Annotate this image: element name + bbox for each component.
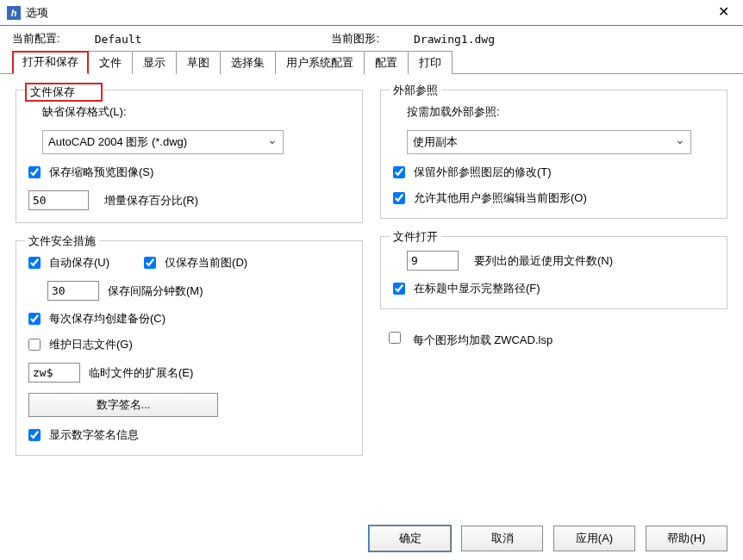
show-digital-sig-checkbox[interactable] bbox=[28, 429, 41, 441]
right-column: 外部参照 按需加载外部参照: 使用副本 保留外部参照图层的修改(T) 允许其他用… bbox=[380, 90, 727, 456]
tab-selection[interactable]: 选择集 bbox=[220, 51, 276, 74]
interval-input[interactable] bbox=[47, 281, 99, 301]
recent-count-input[interactable] bbox=[407, 251, 459, 271]
tab-config[interactable]: 配置 bbox=[364, 51, 409, 74]
load-on-demand-select[interactable]: 使用副本 bbox=[407, 130, 691, 154]
default-format-label: 缺省保存格式(L): bbox=[42, 104, 127, 120]
save-current-only-label: 仅保存当前图(D) bbox=[165, 255, 247, 271]
ok-button[interactable]: 确定 bbox=[369, 526, 451, 551]
tab-user-prefs[interactable]: 用户系统配置 bbox=[275, 51, 365, 74]
group-title-file-open: 文件打开 bbox=[390, 229, 441, 245]
tab-open-save[interactable]: 打开和保存 bbox=[12, 51, 89, 74]
default-format-select[interactable]: AutoCAD 2004 图形 (*.dwg) bbox=[42, 130, 284, 154]
backup-each-label: 每次保存均创建备份(C) bbox=[49, 311, 165, 327]
interval-label: 保存间隔分钟数(M) bbox=[108, 283, 203, 299]
group-file-save: 文件保存 缺省保存格式(L): AutoCAD 2004 图形 (*.dwg) … bbox=[16, 90, 363, 223]
auto-save-label: 自动保存(U) bbox=[49, 255, 109, 271]
save-current-only-checkbox[interactable] bbox=[144, 257, 156, 269]
allow-other-edit-label: 允许其他用户参照编辑当前图形(O) bbox=[414, 190, 587, 206]
current-drawing-label: 当前图形: bbox=[331, 31, 379, 47]
tab-sketch[interactable]: 草图 bbox=[176, 51, 221, 74]
thumbnail-save-label: 保存缩略预览图像(S) bbox=[49, 165, 153, 180]
group-title-xref: 外部参照 bbox=[390, 83, 441, 98]
group-file-safety: 文件安全措施 自动保存(U) 仅保存当前图(D) 保存间隔分钟数(M) 每次保存… bbox=[16, 240, 363, 456]
tab-bar: 打开和保存 文件 显示 草图 选择集 用户系统配置 配置 打印 bbox=[0, 50, 743, 74]
load-lsp-row: 每个图形均加载 ZWCAD.lsp bbox=[380, 327, 727, 348]
increment-percent-input[interactable] bbox=[28, 190, 89, 210]
show-digital-sig-label: 显示数字签名信息 bbox=[49, 427, 139, 443]
show-full-path-checkbox[interactable] bbox=[393, 283, 405, 295]
group-title-file-safety: 文件安全措施 bbox=[25, 233, 99, 249]
group-file-open: 文件打开 要列出的最近使用文件数(N) 在标题中显示完整路径(F) bbox=[380, 236, 727, 309]
show-full-path-label: 在标题中显示完整路径(F) bbox=[414, 281, 540, 296]
left-column: 文件保存 缺省保存格式(L): AutoCAD 2004 图形 (*.dwg) … bbox=[16, 90, 363, 456]
footer-buttons: 确定 取消 应用(A) 帮助(H) bbox=[369, 526, 727, 551]
current-drawing-value: Drawing1.dwg bbox=[414, 33, 495, 46]
retain-layer-changes-label: 保留外部参照图层的修改(T) bbox=[414, 165, 552, 180]
increment-percent-label: 增量保存百分比(R) bbox=[104, 193, 198, 208]
config-row: 当前配置: Default 当前图形: Drawing1.dwg bbox=[0, 26, 743, 50]
current-config-label: 当前配置: bbox=[12, 31, 60, 47]
close-icon[interactable]: ✕ bbox=[713, 3, 734, 20]
tab-file[interactable]: 文件 bbox=[88, 51, 133, 74]
digital-signature-button[interactable]: 数字签名... bbox=[28, 393, 218, 417]
titlebar: h 选项 ✕ bbox=[0, 0, 743, 26]
temp-ext-input[interactable] bbox=[28, 363, 80, 383]
app-icon: h bbox=[7, 6, 21, 20]
window-title: 选项 bbox=[26, 5, 48, 21]
thumbnail-save-checkbox[interactable] bbox=[28, 166, 41, 178]
maintain-log-checkbox[interactable] bbox=[28, 339, 41, 351]
auto-save-checkbox[interactable] bbox=[28, 257, 41, 269]
current-config-value: Default bbox=[95, 33, 142, 46]
group-title-file-save: 文件保存 bbox=[25, 83, 103, 102]
tab-display[interactable]: 显示 bbox=[132, 51, 177, 74]
recent-count-label: 要列出的最近使用文件数(N) bbox=[474, 253, 613, 269]
load-lsp-checkbox[interactable] bbox=[389, 332, 401, 344]
load-on-demand-label: 按需加载外部参照: bbox=[407, 104, 500, 120]
load-lsp-label: 每个图形均加载 ZWCAD.lsp bbox=[413, 333, 553, 346]
retain-layer-changes-checkbox[interactable] bbox=[393, 166, 405, 178]
content-area: 文件保存 缺省保存格式(L): AutoCAD 2004 图形 (*.dwg) … bbox=[0, 74, 743, 471]
cancel-button[interactable]: 取消 bbox=[461, 526, 543, 551]
backup-each-checkbox[interactable] bbox=[28, 313, 41, 325]
maintain-log-label: 维护日志文件(G) bbox=[49, 337, 133, 352]
temp-ext-label: 临时文件的扩展名(E) bbox=[89, 365, 193, 381]
group-xref: 外部参照 按需加载外部参照: 使用副本 保留外部参照图层的修改(T) 允许其他用… bbox=[380, 90, 727, 219]
tab-print[interactable]: 打印 bbox=[408, 51, 453, 74]
allow-other-edit-checkbox[interactable] bbox=[393, 192, 405, 204]
apply-button[interactable]: 应用(A) bbox=[553, 526, 635, 551]
help-button[interactable]: 帮助(H) bbox=[646, 526, 727, 551]
